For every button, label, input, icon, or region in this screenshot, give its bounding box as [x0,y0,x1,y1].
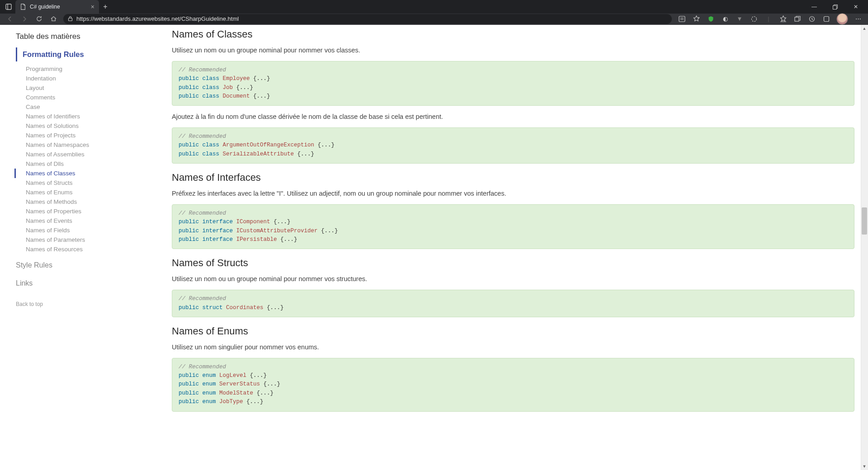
collections-icon[interactable] [790,14,805,24]
downloads-icon[interactable] [819,14,834,24]
toc-item[interactable]: Names of Classes [14,169,136,178]
toc-item[interactable]: Names of Assemblies [14,150,136,159]
scroll-up-arrow[interactable]: ▲ [861,25,868,32]
page-icon [20,4,26,10]
tab-title: C# guideline [30,4,91,10]
address-bar[interactable]: https://webstandards.azurewebsites.net/C… [63,14,672,24]
toc-item[interactable]: Comments [14,93,136,102]
toc-list: ProgrammingIndentationLayoutCommentsCase… [16,64,136,254]
para-enums-1: Utilisez un nom singulier pour nommer vo… [172,343,854,352]
heading-structs: Names of Structs [172,257,854,269]
browser-toolbar: https://webstandards.azurewebsites.net/C… [0,14,868,25]
code-classes-1: // Recommended public class Employee {..… [172,61,854,106]
lock-icon [68,16,73,22]
svg-point-8 [752,16,757,21]
tabs-icon [5,4,12,10]
toc-item[interactable]: Names of Events [14,216,136,226]
svg-text:+: + [698,16,700,19]
code-classes-2: // Recommended public class ArgumentOutO… [172,127,854,164]
forward-button[interactable] [17,14,32,24]
code-enums-1: // Recommended public enum LogLevel {...… [172,358,854,412]
heading-interfaces: Names of Interfaces [172,172,854,183]
shield-icon[interactable] [703,14,718,24]
toolbar-right-icons: + ◐ ▼ | ⋯ [675,13,865,25]
page-body: Table des matières Formatting Rules Prog… [0,25,868,470]
svg-rect-0 [6,4,11,9]
history-icon[interactable] [805,14,819,24]
url-text: https://webstandards.azurewebsites.net/C… [76,15,239,22]
toc-item[interactable]: Names of Parameters [14,235,136,244]
tab-strip: C# guideline × + ― ✕ [0,0,868,14]
toc-item[interactable]: Names of Projects [14,131,136,140]
toc-item[interactable]: Names of Enums [14,188,136,197]
toc-item[interactable]: Names of Dlls [14,159,136,169]
toc-item[interactable]: Names of Properties [14,207,136,216]
toc-item[interactable]: Names of Structs [14,178,136,188]
svg-rect-2 [833,5,836,9]
toc-item[interactable]: Names of Resources [14,244,136,254]
window-controls: ― ✕ [804,0,866,14]
menu-button[interactable]: ⋯ [851,14,865,24]
toc-item[interactable]: Indentation [14,74,136,83]
svg-rect-10 [795,17,799,21]
ext2-icon[interactable]: ▼ [732,14,747,24]
browser-chrome: C# guideline × + ― ✕ https://webstandard… [0,0,868,25]
main-content: Names of Classes Utilisez un nom ou un g… [145,25,868,470]
star-icon[interactable]: + [689,14,703,24]
code-interfaces-1: // Recommended public interface ICompone… [172,204,854,249]
maximize-button[interactable] [825,0,845,14]
scroll-thumb[interactable] [862,207,867,235]
svg-rect-4 [679,16,685,22]
toc-item[interactable]: Names of Fields [14,226,136,235]
toc-item[interactable]: Layout [14,83,136,93]
back-button[interactable] [3,14,17,24]
toc-item[interactable]: Names of Solutions [14,121,136,131]
tab-actions-button[interactable] [2,0,15,14]
toc-item[interactable]: Names of Identifiers [14,112,136,121]
svg-rect-12 [824,16,829,21]
toc-sidebar: Table des matières Formatting Rules Prog… [0,25,145,470]
para-classes-1: Utilisez un nom ou un groupe nominal pou… [172,46,854,56]
toc-item[interactable]: Names of Namespaces [14,140,136,150]
toc-item[interactable]: Names of Methods [14,197,136,207]
toc-item[interactable]: Case [14,102,136,112]
close-tab-icon[interactable]: × [91,3,94,10]
close-window-button[interactable]: ✕ [845,0,866,14]
toc-section-formatting[interactable]: Formatting Rules [16,47,136,61]
favorites-icon[interactable] [776,14,790,24]
para-classes-2: Ajoutez à la fin du nom d'une classe dér… [172,112,854,122]
browser-tab[interactable]: C# guideline × [15,0,99,14]
toc-section-style[interactable]: Style Rules [16,258,136,272]
home-button[interactable] [46,14,61,24]
back-to-top-link[interactable]: Back to top [16,301,136,307]
toc-section-links[interactable]: Links [16,277,136,290]
new-tab-button[interactable]: + [99,3,112,11]
ext1-icon[interactable]: ◐ [718,14,732,24]
para-structs-1: Utilisez un nom ou un groupe nominal pou… [172,274,854,284]
heading-enums: Names of Enums [172,325,854,337]
scrollbar-track[interactable]: ▲ ▼ [861,25,868,470]
svg-rect-3 [69,18,72,21]
divider: | [761,14,776,24]
ext3-icon[interactable] [747,14,761,24]
scroll-down-arrow[interactable]: ▼ [861,463,868,470]
profile-avatar[interactable] [836,13,848,25]
toc-title: Table des matières [16,32,136,41]
minimize-button[interactable]: ― [804,0,825,14]
heading-classes: Names of Classes [172,28,854,40]
reader-icon[interactable] [675,14,689,24]
refresh-button[interactable] [32,14,46,24]
toc-item[interactable]: Programming [14,64,136,74]
para-interfaces-1: Préfixez les interfaces avec la lettre "… [172,189,854,199]
code-structs-1: // Recommended public struct Coordinates… [172,290,854,317]
